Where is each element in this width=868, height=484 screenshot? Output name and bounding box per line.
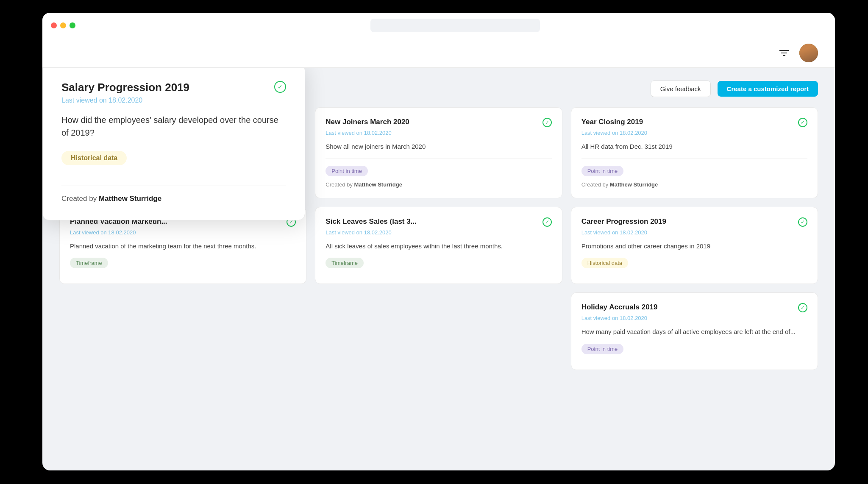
card-year-closing-date: Last viewed on 18.02.2020 <box>581 130 807 136</box>
cards-row2: Planned Vacation Marketin... ✓ Last view… <box>59 207 818 370</box>
content-area: Give feedback Create a customized report… <box>42 68 835 470</box>
card-holiday-accruals-title: Holiday Accruals 2019 <box>581 303 658 312</box>
card-new-joiners-footer: Point in time Created by Matthew Sturrid… <box>326 159 551 188</box>
popup-check-icon: ✓ <box>274 81 286 93</box>
card-year-closing-created: Created by Matthew Sturridge <box>581 181 807 188</box>
card-career-progression[interactable]: Career Progression 2019 ✓ Last viewed on… <box>571 207 818 284</box>
card-new-joiners-tag: Point in time <box>326 166 368 176</box>
popup-description: How did the employees' salary developed … <box>61 114 286 139</box>
popup-card[interactable]: ✓ Salary Progression 2019 Last viewed on… <box>42 68 305 220</box>
card-new-joiners-check: ✓ <box>542 118 552 127</box>
traffic-light-green[interactable] <box>70 22 75 28</box>
card-new-joiners-date: Last viewed on 18.02.2020 <box>326 130 551 136</box>
nav-actions <box>776 44 818 62</box>
card-planned-vacation-description: Planned vacation of the marketing team f… <box>70 242 296 251</box>
card-year-closing-title: Year Closing 2019 <box>581 118 643 126</box>
card-career-progression-description: Promotions and other career changes in 2… <box>581 242 807 251</box>
card-new-joiners[interactable]: New Joiners March 2020 ✓ Last viewed on … <box>315 107 562 198</box>
card-holiday-accruals-header: Holiday Accruals 2019 ✓ <box>581 303 807 312</box>
popup-created: Created by Matthew Sturridge <box>61 195 286 203</box>
card-sick-leaves-description: All sick leaves of sales employees withi… <box>326 242 551 251</box>
traffic-light-yellow[interactable] <box>60 22 66 28</box>
card-sick-leaves-check: ✓ <box>542 217 552 227</box>
card-new-joiners-header: New Joiners March 2020 ✓ <box>326 118 551 127</box>
card-new-joiners-created: Created by Matthew Sturridge <box>326 181 551 188</box>
popup-date: Last viewed on 18.02.2020 <box>61 97 286 104</box>
card-holiday-accruals-date: Last viewed on 18.02.2020 <box>581 315 807 321</box>
card-new-joiners-description: Show all new joiners in March 2020 <box>326 142 551 152</box>
card-career-progression-check: ✓ <box>798 217 807 227</box>
filter-icon[interactable] <box>776 45 793 61</box>
create-report-button[interactable]: Create a customized report <box>718 81 818 97</box>
card-career-progression-date: Last viewed on 18.02.2020 <box>581 229 807 236</box>
card-sick-leaves-tag: Timeframe <box>326 258 364 268</box>
title-bar <box>42 13 835 38</box>
card-new-joiners-title: New Joiners March 2020 <box>326 118 409 126</box>
card-year-closing-check: ✓ <box>798 118 807 127</box>
card-year-closing[interactable]: Year Closing 2019 ✓ Last viewed on 18.02… <box>571 107 818 198</box>
card-holiday-accruals-description: How many paid vacation days of all activ… <box>581 327 807 337</box>
card-planned-vacation-tag: Timeframe <box>70 258 108 268</box>
card-holiday-accruals-check: ✓ <box>798 303 807 312</box>
card-career-progression-tag: Historical data <box>581 258 628 268</box>
card-career-progression-title: Career Progression 2019 <box>581 217 666 226</box>
popup-title: Salary Progression 2019 <box>61 81 286 94</box>
card-sick-leaves-date: Last viewed on 18.02.2020 <box>326 229 551 236</box>
card-sick-leaves[interactable]: Sick Leaves Sales (last 3... ✓ Last view… <box>315 207 562 284</box>
traffic-light-red[interactable] <box>51 22 57 28</box>
card-planned-vacation-date: Last viewed on 18.02.2020 <box>70 229 296 236</box>
give-feedback-button[interactable]: Give feedback <box>651 81 711 97</box>
card-career-progression-header: Career Progression 2019 ✓ <box>581 217 807 227</box>
card-sick-leaves-title: Sick Leaves Sales (last 3... <box>326 217 417 226</box>
popup-tag: Historical data <box>61 151 127 165</box>
top-nav <box>42 38 835 68</box>
card-year-closing-footer: Point in time Created by Matthew Sturrid… <box>581 159 807 188</box>
card-year-closing-tag: Point in time <box>581 166 624 176</box>
card-holiday-accruals[interactable]: Holiday Accruals 2019 ✓ Last viewed on 1… <box>571 292 818 370</box>
url-bar[interactable] <box>370 19 540 32</box>
card-sick-leaves-header: Sick Leaves Sales (last 3... ✓ <box>326 217 551 227</box>
card-holiday-accruals-tag: Point in time <box>581 344 624 354</box>
browser-window: Give feedback Create a customized report… <box>42 13 835 470</box>
popup-divider <box>61 186 286 186</box>
card-year-closing-description: All HR data from Dec. 31st 2019 <box>581 142 807 152</box>
card-year-closing-header: Year Closing 2019 ✓ <box>581 118 807 127</box>
traffic-lights <box>51 22 75 28</box>
avatar[interactable] <box>799 44 818 62</box>
